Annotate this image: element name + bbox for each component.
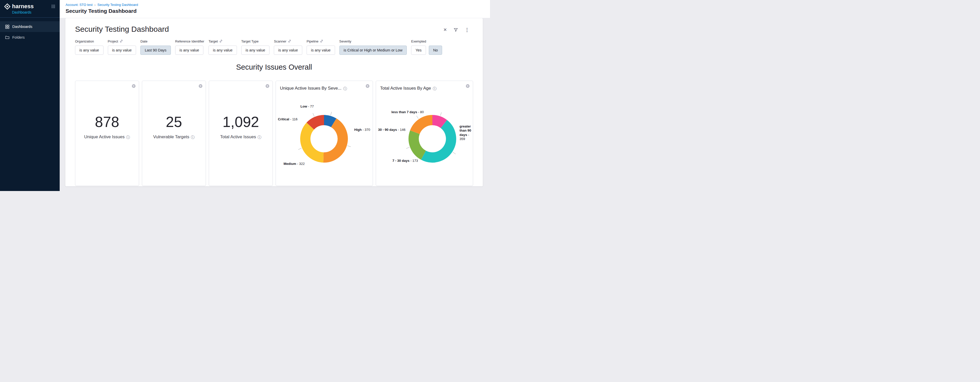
stat-label: Vulnerable Targets <box>153 135 189 139</box>
filter-target-type: Target Type is any value <box>241 39 270 55</box>
stat-label: Total Active Issues <box>220 135 256 139</box>
info-icon[interactable]: ⓘ <box>258 135 261 139</box>
filter-label: Organization <box>75 40 94 43</box>
exempted-yes-button[interactable]: Yes <box>411 46 426 55</box>
chart-title: Total Active Issues By Age <box>380 86 431 91</box>
sidebar-item-label: Folders <box>12 35 25 40</box>
globe-icon[interactable] <box>266 84 269 88</box>
sidebar-nav: Dashboards Folders <box>0 21 60 43</box>
breadcrumb-account-link[interactable]: Account: STO test <box>65 3 92 7</box>
sidebar-header: harness Dashboards <box>0 0 60 17</box>
link-icon <box>320 40 323 44</box>
tiles-row: 878 Unique Active Issuesⓘ 25 Vulnerable … <box>75 81 473 186</box>
filter-severity: Severity is Critical or High or Medium o… <box>339 39 407 55</box>
filter-exempted: Exempted Yes No <box>411 39 442 55</box>
harness-logo-icon <box>4 3 11 10</box>
globe-icon[interactable] <box>466 84 470 88</box>
section-title: Security Issues Overall <box>75 63 473 71</box>
filter-organization-value[interactable]: is any value <box>75 46 103 55</box>
dashboard-actions: ✕ ⋮ <box>443 27 469 32</box>
sidebar-item-folders[interactable]: Folders <box>0 32 60 43</box>
close-icon[interactable]: ✕ <box>443 28 447 32</box>
main-area: Account: STO test › Security Testing Das… <box>60 0 490 191</box>
filter-label: Scanner <box>274 40 286 43</box>
app-root: harness Dashboards Dashboards Folders <box>0 0 490 191</box>
product-name: Dashboards <box>12 10 56 14</box>
stat-tile-vulnerable-targets: 25 Vulnerable Targetsⓘ <box>142 81 206 186</box>
kebab-menu-icon[interactable]: ⋮ <box>465 27 469 32</box>
dashboard-card: Security Testing Dashboard ✕ ⋮ Organizat… <box>65 18 483 186</box>
exempted-no-button[interactable]: No <box>429 46 442 55</box>
filter-scanner-value[interactable]: is any value <box>274 46 302 55</box>
folder-icon <box>5 35 10 40</box>
filter-label: Target Type <box>241 40 259 43</box>
link-icon <box>119 40 123 44</box>
page-title: Security Testing Dashboard <box>65 8 490 14</box>
info-icon[interactable]: ⓘ <box>191 135 195 139</box>
chevron-right-icon: › <box>94 3 95 7</box>
chart-tile-severity: Unique Active Issues By Seve... ⓘ Low - … <box>275 81 373 186</box>
filter-bar: Organization is any value Project is any… <box>75 39 473 55</box>
content-area: Security Testing Dashboard ✕ ⋮ Organizat… <box>60 18 490 191</box>
link-icon <box>288 40 291 44</box>
top-header: Account: STO test › Security Testing Das… <box>60 0 490 18</box>
filter-date: Date Last 90 Days <box>140 39 171 55</box>
sidebar-item-dashboards[interactable]: Dashboards <box>0 21 60 32</box>
dashboard-title: Security Testing Dashboard <box>75 25 169 33</box>
dashboards-icon <box>5 25 10 29</box>
filter-label: Severity <box>339 40 352 43</box>
stat-tile-unique-active-issues: 878 Unique Active Issuesⓘ <box>75 81 139 186</box>
breadcrumb-page-link[interactable]: Security Testing Dashboard <box>97 3 138 7</box>
filter-severity-value[interactable]: is Critical or High or Medium or Low <box>339 46 407 55</box>
sidebar-item-label: Dashboards <box>12 25 32 29</box>
globe-icon[interactable] <box>366 84 370 88</box>
globe-icon[interactable] <box>199 84 203 88</box>
filter-reference-identifier-value[interactable]: is any value <box>175 46 204 55</box>
filter-target: Target is any value <box>208 39 237 55</box>
brand-name: harness <box>12 3 33 10</box>
filter-pipeline-value[interactable]: is any value <box>307 46 335 55</box>
filter-icon[interactable] <box>453 28 458 32</box>
filter-target-type-value[interactable]: is any value <box>241 46 270 55</box>
severity-donut-chart[interactable] <box>276 92 373 179</box>
info-icon[interactable]: ⓘ <box>126 135 130 139</box>
filter-label: Exempted <box>411 40 426 43</box>
filter-pipeline: Pipeline is any value <box>307 39 335 55</box>
filter-scanner: Scanner is any value <box>274 39 302 55</box>
globe-icon[interactable] <box>132 84 136 88</box>
filter-organization: Organization is any value <box>75 39 103 55</box>
chart-tile-age: Total Active Issues By Age ⓘ less than 7… <box>376 81 473 186</box>
filter-project-value[interactable]: is any value <box>108 46 136 55</box>
filter-label: Target <box>208 40 218 43</box>
stat-value: 1,092 <box>209 115 272 129</box>
breadcrumb: Account: STO test › Security Testing Das… <box>65 3 490 7</box>
filter-project: Project is any value <box>108 39 136 55</box>
stat-tile-total-active-issues: 1,092 Total Active Issuesⓘ <box>209 81 273 186</box>
sidebar: harness Dashboards Dashboards Folders <box>0 0 60 191</box>
chart-title: Unique Active Issues By Seve... <box>280 86 341 91</box>
stat-label: Unique Active Issues <box>84 135 125 139</box>
filter-label: Project <box>108 40 118 43</box>
filter-date-value[interactable]: Last 90 Days <box>140 46 171 55</box>
module-grid-icon[interactable] <box>51 3 56 9</box>
stat-value: 878 <box>75 115 139 129</box>
filter-label: Pipeline <box>307 40 318 43</box>
age-donut-chart[interactable] <box>376 92 473 179</box>
stat-value: 25 <box>142 115 206 129</box>
filter-label: Reference Identifier <box>175 40 204 43</box>
info-icon[interactable]: ⓘ <box>343 87 347 90</box>
filter-target-value[interactable]: is any value <box>208 46 237 55</box>
filter-label: Date <box>140 40 147 43</box>
link-icon <box>219 40 223 44</box>
info-icon[interactable]: ⓘ <box>433 87 436 90</box>
filter-reference-identifier: Reference Identifier is any value <box>175 39 204 55</box>
